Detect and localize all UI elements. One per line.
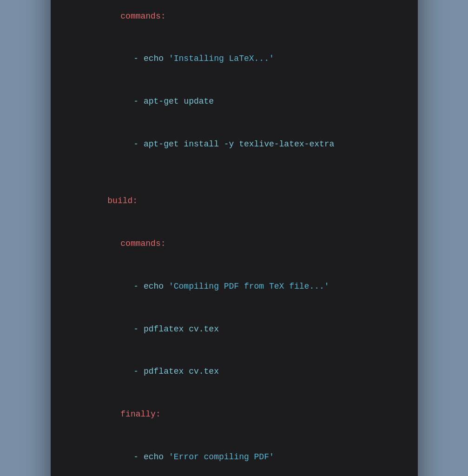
- build-cmd3-dash: -: [133, 367, 144, 376]
- finally-cmd1-dash: -: [133, 452, 144, 462]
- install-cmd1-dash: -: [133, 54, 144, 63]
- install-cmd1-line: - echo 'Installing LaTeX...': [65, 38, 404, 80]
- build-cmd3-line: - pdflatex cv.tex: [65, 350, 404, 393]
- finally-line: finally:: [65, 393, 404, 436]
- build-key: build:: [107, 196, 138, 205]
- build-commands-line: commands:: [65, 222, 404, 265]
- build-cmd1-str: 'Compiling PDF from TeX file...': [169, 282, 330, 291]
- install-cmd2-plain: apt-get update: [144, 97, 214, 106]
- build-cmd2-dash: -: [133, 324, 144, 334]
- build-cmd1-line: - echo 'Compiling PDF from TeX file...': [65, 265, 404, 308]
- finally-key: finally:: [120, 410, 160, 419]
- build-commands-key: commands:: [120, 239, 165, 248]
- build-cmd2-line: - pdflatex cv.tex: [65, 308, 404, 350]
- build-cmd2-plain: pdflatex cv.tex: [144, 324, 219, 334]
- code-editor: version: 0.2 phases: install: commands: …: [51, 0, 418, 476]
- install-cmd1-str: 'Installing LaTeX...': [169, 54, 274, 63]
- install-cmd3-plain: apt-get install -y texlive-latex-extra: [144, 139, 334, 149]
- install-cmd3-line: - apt-get install -y texlive-latex-extra: [65, 123, 404, 165]
- install-cmd2-line: - apt-get update: [65, 80, 404, 123]
- build-line: build:: [65, 180, 404, 223]
- install-commands-key: commands:: [120, 12, 165, 21]
- install-cmd3-dash: -: [133, 139, 144, 149]
- finally-cmd1-line: - echo 'Error compiling PDF': [65, 436, 404, 476]
- install-commands-line: commands:: [65, 0, 404, 38]
- terminal-window: version: 0.2 phases: install: commands: …: [51, 0, 418, 476]
- build-cmd3-plain: pdflatex cv.tex: [144, 367, 219, 376]
- finally-cmd1-str: 'Error compiling PDF': [169, 452, 274, 462]
- install-cmd2-dash: -: [133, 97, 144, 106]
- build-cmd1-dash: -: [133, 282, 144, 291]
